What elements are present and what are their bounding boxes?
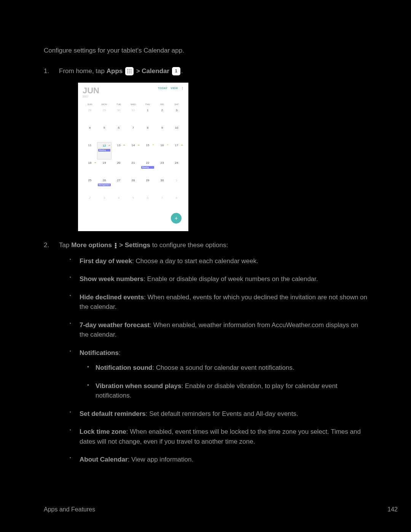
cal-cell: 5 (97, 125, 112, 142)
cal-cell: 14☁ (126, 142, 140, 160)
cal-cell: 19 (97, 160, 112, 177)
option-text: : Set default reminders for Events and A… (146, 410, 298, 417)
step-1-text: From home, tap Apps > Calendar 1. (59, 67, 183, 75)
dow: TUE (112, 102, 126, 107)
cal-cell: 25 (83, 177, 97, 195)
cal-cell: 20 (112, 160, 126, 177)
option-sub-bold: Vibration when sound plays (96, 382, 181, 390)
cal-cell: 27 (112, 177, 126, 195)
calendar-screenshot: JUN 2017 TODAY VIEW ⋮ SUN MON TUE WED TH… (78, 83, 188, 231)
cal-cell: 24 (169, 160, 184, 177)
cal-cell: 29 (97, 107, 112, 125)
option-bold: Notifications (80, 349, 119, 356)
cal-cell: 11 (83, 142, 97, 160)
option-item: 7-day weather forecast: When enabled, we… (70, 320, 367, 340)
more-options-icon (114, 243, 118, 249)
cal-cell: 10 (169, 125, 184, 142)
option-item: First day of week: Choose a day to start… (70, 256, 367, 266)
dow: THU (140, 102, 155, 107)
step-1-prefix: From home, tap (59, 67, 107, 75)
cal-cell: 1 (169, 177, 184, 195)
option-item: Hide declined events: When enabled, even… (70, 292, 367, 312)
option-bold: Set default reminders (80, 410, 146, 417)
dow: SAT (169, 102, 184, 107)
cal-cell: 2 (155, 107, 169, 125)
option-bold: Lock time zone (80, 428, 126, 435)
option-bold: First day of week (80, 257, 132, 265)
calendar-icon: 1 (172, 67, 180, 75)
cal-cell: 3 (97, 195, 112, 212)
step-2-suffix: to configure these options: (150, 241, 228, 249)
cal-cell: 5 (126, 195, 140, 212)
cal-cell: 7 (155, 195, 169, 212)
option-sub-text: : Choose a sound for calendar event noti… (152, 364, 294, 371)
cal-cell: 28 (126, 177, 140, 195)
option-text: : Choose a day to start each calendar we… (132, 257, 258, 265)
cal-cell: 4 (83, 125, 97, 142)
fab-add-icon: + (171, 213, 182, 224)
option-sublist: Notification sound: Choose a sound for c… (87, 363, 367, 401)
cal-cell: 6 (112, 125, 126, 142)
cal-cell: 7 (126, 125, 140, 142)
cal-top-links: TODAY VIEW ⋮ (156, 86, 184, 91)
option-text: : Enable or disable display of week numb… (143, 275, 318, 283)
cal-cell: 8 (140, 125, 155, 142)
option-item: Show week numbers: Enable or disable dis… (70, 274, 367, 284)
cal-month: JUN (83, 86, 99, 95)
cal-cell: 2 (83, 195, 97, 212)
cal-today-link: TODAY (158, 87, 167, 89)
option-bold: Show week numbers (80, 275, 143, 283)
apps-icon (125, 67, 134, 75)
cal-cell: 13☁ (112, 142, 126, 160)
cal-cell: 30 (155, 177, 169, 195)
option-item: Lock time zone: When enabled, event time… (70, 427, 367, 446)
option-bold: Hide declined events (80, 294, 144, 301)
cal-cell: 6 (140, 195, 155, 212)
cal-cell: 31 (126, 107, 140, 125)
cal-more-icon: ⋮ (181, 87, 184, 89)
cal-cell: 18☁ (83, 160, 97, 177)
cal-cell: 3 (169, 107, 184, 125)
cal-cell: 28 (83, 107, 97, 125)
cal-year: 2017 (83, 95, 99, 99)
step-2-prefix: Tap (59, 241, 71, 249)
dow: WED (126, 102, 140, 107)
cal-cell: 30 (112, 107, 126, 125)
cal-cell: 4 (112, 195, 126, 212)
dow: FRI (155, 102, 169, 107)
calendar-label: Calendar (142, 67, 169, 75)
dow: SUN (83, 102, 97, 107)
cal-cell: 21 (126, 160, 140, 177)
option-bold: 7-day weather forecast (80, 321, 150, 329)
cal-cell-today: 12☁Meeting (97, 142, 112, 160)
cal-cell: 17☁ (169, 142, 184, 160)
option-text: : View app information. (128, 456, 194, 463)
option-item: About Calendar: View app information. (70, 455, 367, 465)
cal-cell: 15☀ (140, 142, 155, 160)
option-item: Notifications:Notification sound: Choose… (70, 348, 367, 401)
option-sub-bold: Notification sound (96, 364, 152, 371)
settings-label: Settings (125, 241, 150, 249)
cal-cell: 1 (140, 107, 155, 125)
option-item: Set default reminders: Set default remin… (70, 409, 367, 419)
cal-cell: 22Meeting (140, 160, 155, 177)
intro-text: Configure settings for your tablet's Cal… (44, 46, 367, 56)
footer-page: 142 (387, 506, 398, 513)
step-2-text: Tap More options > Settings to configure… (59, 241, 228, 249)
step-2: 2. Tap More options > Settings to config… (44, 240, 367, 465)
step-2-number: 2. (44, 240, 49, 250)
dow: MON (97, 102, 112, 107)
cal-view-link: VIEW (170, 87, 178, 89)
step-1-sep: > (136, 67, 142, 75)
more-options-label: More options (71, 241, 112, 249)
step-1-period: . (181, 67, 183, 75)
option-subitem: Notification sound: Choose a sound for c… (87, 363, 367, 373)
apps-label: Apps (107, 67, 123, 75)
cal-cell: 16☀ (155, 142, 169, 160)
option-text: : (119, 349, 121, 356)
step-1-number: 1. (44, 66, 49, 76)
cal-cell: 29 (140, 177, 155, 195)
step-2-sep: > (119, 241, 125, 249)
option-bold: About Calendar (80, 456, 128, 463)
option-subitem: Vibration when sound plays: Enable or di… (87, 381, 367, 401)
